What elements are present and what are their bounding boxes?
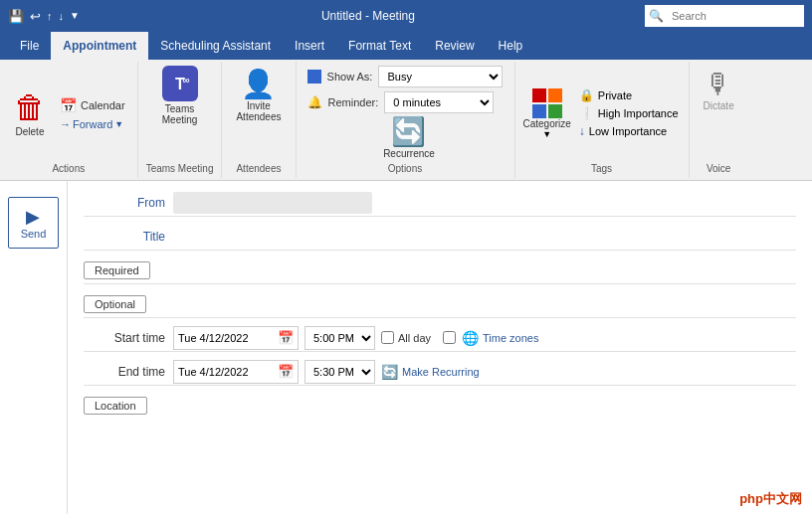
required-input[interactable]	[158, 261, 796, 279]
main-content: ▶ Send From Title Required Op	[0, 181, 812, 514]
actions-group-label: Actions	[52, 161, 85, 174]
tab-scheduling[interactable]: Scheduling Assistant	[148, 32, 283, 60]
ribbon-group-actions: 🗑 Delete 📅 Calendar → Forward ▼ Actions	[0, 62, 138, 178]
required-row: Required	[84, 257, 796, 284]
private-label: Private	[598, 89, 632, 101]
quick-access-toolbar: 💾 ↩ ↑ ↓ ▼	[8, 10, 80, 23]
low-importance-button[interactable]: ↓ Low Importance	[577, 123, 669, 139]
reminder-select[interactable]: 0 minutes None 5 minutes 10 minutes 15 m…	[384, 91, 494, 113]
forward-button[interactable]: → Forward ▼	[56, 117, 127, 131]
options-group-label: Options	[388, 161, 422, 174]
delete-icon: 🗑	[14, 89, 46, 126]
end-time-row: End time Tue 4/12/2022 📅 5:30 PM 6:00 PM…	[84, 358, 796, 386]
arrow-up-button[interactable]: ↑	[47, 11, 53, 22]
tab-insert[interactable]: Insert	[283, 32, 336, 60]
teams-meeting-label: TeamsMeeting	[162, 103, 198, 125]
tab-format-text[interactable]: Format Text	[336, 32, 423, 60]
low-importance-label: Low Importance	[589, 125, 667, 137]
timezone-wrap[interactable]: 🌐 Time zones	[462, 330, 538, 346]
microphone-icon: 🎙	[705, 68, 732, 100]
dictate-button[interactable]: 🎙 Dictate	[698, 66, 740, 113]
end-date-input[interactable]: Tue 4/12/2022	[174, 366, 274, 378]
end-time-label: End time	[84, 365, 173, 379]
calendar-icon: 📅	[60, 97, 77, 113]
search-input[interactable]	[668, 10, 787, 22]
ribbon-group-tags: Categorize ▼ 🔒 Private ❕ High Importance…	[515, 62, 690, 178]
timezone-label: Time zones	[483, 332, 538, 344]
send-label: Send	[21, 228, 47, 240]
calendar-button[interactable]: 📅 Calendar	[56, 95, 129, 115]
save-button[interactable]: 💾	[8, 10, 24, 23]
make-recurring-button[interactable]: 🔄 Make Recurring	[381, 364, 480, 380]
window-title: Untitled - Meeting	[98, 9, 639, 23]
qa-dropdown-button[interactable]: ▼	[70, 11, 80, 21]
teams-group-label: Teams Meeting	[146, 161, 214, 174]
from-row: From	[84, 189, 796, 217]
start-time-row: Start time Tue 4/12/2022 📅 5:00 PM 5:30 …	[84, 324, 796, 352]
optional-input[interactable]	[154, 295, 796, 313]
allday-wrap: All day	[381, 331, 431, 344]
categorize-icon	[532, 88, 562, 118]
start-date-calendar-button[interactable]: 📅	[274, 330, 298, 345]
timezone-checkbox[interactable]	[443, 331, 456, 344]
recurrence-icon: 🔄	[391, 115, 426, 148]
optional-row: Optional	[84, 290, 796, 318]
categorize-button[interactable]: Categorize ▼	[523, 88, 571, 139]
from-value	[173, 192, 372, 214]
recurring-icon: 🔄	[381, 364, 398, 380]
teams-meeting-button[interactable]: T ∞ TeamsMeeting	[162, 66, 198, 125]
tab-file[interactable]: File	[8, 32, 51, 60]
undo-button[interactable]: ↩	[30, 10, 41, 23]
globe-icon: 🌐	[462, 330, 479, 346]
show-as-select[interactable]: Busy Free Tentative Out of Office Workin…	[378, 66, 503, 87]
title-bar: 💾 ↩ ↑ ↓ ▼ Untitled - Meeting 🔍	[0, 0, 812, 32]
invite-attendees-button[interactable]: 👤 InviteAttendees	[230, 66, 287, 124]
allday-label: All day	[398, 332, 431, 344]
tab-help[interactable]: Help	[487, 32, 535, 60]
recurrence-button[interactable]: 🔄 Recurrence	[369, 113, 441, 161]
watermark: php中文网	[739, 490, 802, 508]
title-input[interactable]	[173, 228, 796, 246]
calendar-label: Calendar	[81, 99, 125, 111]
arrow-down-button[interactable]: ↓	[59, 11, 65, 22]
ribbon-group-teams: T ∞ TeamsMeeting Teams Meeting	[138, 62, 223, 178]
forward-dropdown-icon: ▼	[114, 119, 123, 129]
title-row: Title	[84, 223, 796, 251]
reminder-row: 🔔 Reminder: 0 minutes None 5 minutes 10 …	[307, 91, 504, 113]
show-as-label: Show As:	[327, 71, 373, 83]
end-time-select[interactable]: 5:30 PM 6:00 PM 5:00 PM	[304, 360, 375, 384]
form-area: From Title Required Optional Start time	[68, 181, 812, 514]
attendees-group-label: Attendees	[236, 161, 281, 174]
forward-icon: →	[60, 118, 71, 130]
reminder-bell-icon: 🔔	[307, 95, 322, 109]
tab-appointment[interactable]: Appointment	[51, 32, 148, 60]
tags-col: 🔒 Private ❕ High Importance ↓ Low Import…	[577, 87, 681, 139]
high-importance-button[interactable]: ❕ High Importance	[577, 105, 681, 121]
optional-button[interactable]: Optional	[84, 295, 146, 313]
high-importance-icon: ❕	[579, 106, 594, 120]
search-icon: 🔍	[645, 9, 668, 23]
reminder-label: Reminder:	[328, 96, 379, 108]
delete-button[interactable]: 🗑 Delete	[8, 87, 52, 139]
allday-spacer	[443, 331, 456, 344]
actions-buttons: 🗑 Delete 📅 Calendar → Forward ▼	[8, 66, 129, 161]
categorize-dropdown-icon: ▼	[542, 129, 551, 139]
allday-checkbox[interactable]	[381, 331, 394, 344]
actions-secondary: 📅 Calendar → Forward ▼	[56, 95, 129, 131]
make-recurring-label: Make Recurring	[402, 366, 480, 378]
private-button[interactable]: 🔒 Private	[577, 87, 634, 103]
send-button[interactable]: ▶ Send	[8, 197, 60, 249]
tab-review[interactable]: Review	[423, 32, 486, 60]
teams-icon: T ∞	[162, 66, 198, 101]
location-button[interactable]: Location	[84, 397, 147, 415]
required-button[interactable]: Required	[84, 261, 150, 279]
invite-attendees-label: InviteAttendees	[236, 100, 281, 122]
start-time-select[interactable]: 5:00 PM 5:30 PM 6:00 PM	[304, 326, 375, 350]
title-label: Title	[84, 230, 173, 244]
start-date-input[interactable]: Tue 4/12/2022	[174, 332, 274, 344]
recurrence-btn-inner[interactable]: 🔄 Recurrence	[377, 113, 441, 161]
end-date-calendar-button[interactable]: 📅	[274, 364, 298, 379]
show-as-color-box	[307, 70, 321, 84]
location-input[interactable]	[155, 397, 796, 415]
options-controls: Show As: Busy Free Tentative Out of Offi…	[307, 66, 504, 113]
